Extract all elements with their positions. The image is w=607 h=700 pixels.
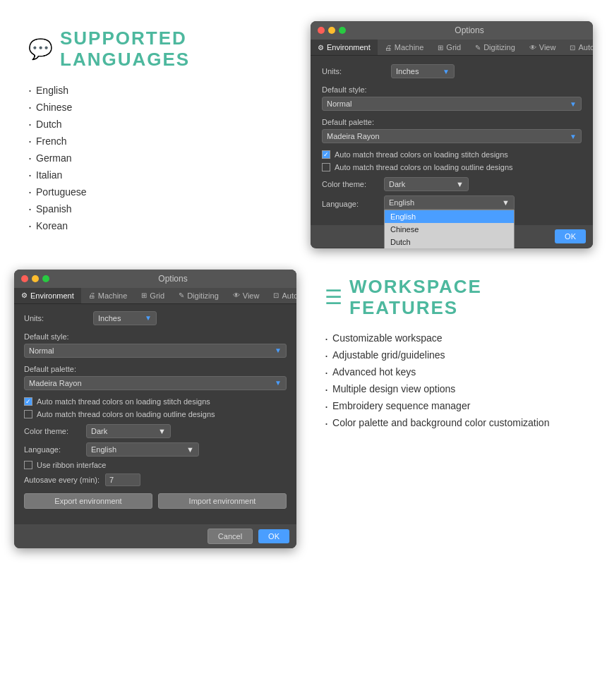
tab-grid[interactable]: ⊞ Grid: [431, 40, 468, 55]
language-dropdown-list: English Chinese Dutch French German Ital…: [384, 210, 515, 248]
checkbox-outline-row-2: Auto match thread colors on loading outl…: [24, 410, 287, 418]
lang-option-dutch[interactable]: Dutch: [385, 236, 514, 248]
language-label-2: Language:: [24, 445, 80, 454]
checkbox-ribbon-label-2: Use ribbon interface: [37, 461, 106, 469]
language-row: Language: English ▼ English Chinese Dutc…: [322, 195, 582, 212]
color-theme-select-2[interactable]: Dark ▼: [86, 424, 171, 438]
list-item: Korean: [28, 217, 282, 234]
default-palette-label: Default palette:: [322, 118, 582, 126]
dialog-body: Units: Inches ▼ Default style: Normal ▼ …: [311, 56, 593, 225]
grid-icon: ⊞: [438, 44, 443, 52]
dialog-footer-2: Cancel OK: [14, 524, 296, 548]
maximize-button-2[interactable]: [42, 275, 49, 282]
tab-view[interactable]: 👁 View: [522, 40, 563, 55]
checkbox-stitch-row-2: ✓ Auto match thread colors on loading st…: [24, 397, 287, 406]
color-theme-select[interactable]: Dark ▼: [384, 177, 469, 191]
chevron-down-icon-6: ▼: [186, 445, 194, 454]
tab-digitizing[interactable]: ✎ Digitizing: [468, 40, 522, 55]
ribbon-row-2: Use ribbon interface: [24, 461, 287, 469]
close-button-2[interactable]: [21, 275, 28, 282]
lang-option-english[interactable]: English: [385, 210, 514, 223]
supported-languages-header: 💬 SUPPORTED LANGUAGES: [28, 28, 282, 71]
dialog-tabs-2: ⚙ Environment 🖨 Machine ⊞ Grid ✎ Digitiz…: [14, 288, 296, 304]
close-button[interactable]: [318, 27, 325, 34]
units-label-2: Units:: [24, 314, 88, 322]
minimize-button[interactable]: [328, 27, 335, 34]
default-style-select[interactable]: Normal ▼: [322, 97, 582, 111]
tab-autoba-2[interactable]: ⊡ Auto Ba: [266, 288, 296, 303]
chevron-down-icon-5: ▼: [158, 427, 166, 435]
list-item: Advanced hot keys: [325, 364, 579, 381]
tab-environment-2[interactable]: ⚙ Environment: [14, 288, 81, 303]
workspace-features-header: ☰ WORKSPACEFEATURES: [325, 277, 579, 319]
dialog-body-2: Units: Inches ▼ Default style: Normal ▼ …: [14, 304, 296, 520]
tab-autoba[interactable]: ⊡ Auto Ba: [563, 40, 593, 55]
units-select[interactable]: Inches ▼: [391, 64, 455, 78]
workspace-icon: ☰: [325, 286, 342, 309]
units-label: Units:: [322, 67, 385, 76]
checkbox-outline[interactable]: [322, 163, 330, 171]
units-row-2: Units: Inches ▼: [24, 311, 287, 325]
checkbox-stitch-label: Auto match thread colors on loading stit…: [335, 150, 508, 159]
checkbox-stitch[interactable]: ✓: [322, 150, 330, 159]
chevron-down-icon: ▼: [502, 198, 510, 207]
default-palette-label-2: Default palette:: [24, 365, 287, 373]
checkbox-stitch-2[interactable]: ✓: [24, 397, 32, 406]
cancel-button[interactable]: Cancel: [208, 529, 253, 544]
export-environment-button[interactable]: Export environment: [24, 493, 152, 509]
tab-grid-2[interactable]: ⊞ Grid: [134, 288, 172, 303]
language-dropdown-container: English ▼ English Chinese Dutch French G…: [384, 195, 515, 210]
checkbox-outline-2[interactable]: [24, 410, 32, 418]
ok-button[interactable]: OK: [555, 229, 586, 243]
language-select[interactable]: English ▼: [384, 195, 515, 210]
workspace-list: Customizable workspace Adjustable grid/g…: [325, 330, 579, 432]
machine-icon: 🖨: [385, 44, 392, 52]
supported-languages-title: SUPPORTED LANGUAGES: [60, 28, 190, 71]
traffic-lights: [318, 27, 346, 34]
list-item: Adjustable grid/guidelines: [325, 347, 579, 364]
chevron-down-icon-3: ▼: [275, 346, 282, 354]
checkbox-outline-row: Auto match thread colors on loading outl…: [322, 163, 582, 171]
tab-machine-2[interactable]: 🖨 Machine: [81, 288, 135, 303]
list-item: Chinese: [28, 99, 282, 116]
color-theme-row-2: Color theme: Dark ▼: [24, 424, 287, 438]
list-item: Customizable workspace: [325, 330, 579, 347]
chat-icon: 💬: [28, 37, 53, 61]
lang-option-chinese[interactable]: Chinese: [385, 223, 514, 236]
tab-view-2[interactable]: 👁 View: [226, 288, 267, 303]
autosave-input[interactable]: [105, 473, 140, 486]
chevron-down-icon-2: ▼: [145, 314, 152, 322]
chevron-down-icon: ▼: [570, 133, 577, 140]
import-environment-button[interactable]: Import environment: [158, 493, 287, 509]
default-palette-group-2: Default palette: Madeira Rayon ▼: [24, 365, 287, 390]
default-palette-select-2[interactable]: Madeira Rayon ▼: [24, 376, 287, 390]
chevron-down-icon-4: ▼: [275, 379, 282, 387]
default-palette-select[interactable]: Madeira Rayon ▼: [322, 129, 582, 143]
minimize-button-2[interactable]: [32, 275, 39, 282]
tab-digitizing-2[interactable]: ✎ Digitizing: [172, 288, 226, 303]
environment-icon: ⚙: [318, 44, 324, 52]
default-style-label: Default style:: [322, 85, 582, 94]
language-label: Language:: [322, 200, 378, 208]
maximize-button[interactable]: [339, 27, 346, 34]
view-icon: 👁: [529, 44, 536, 52]
color-theme-row: Color theme: Dark ▼: [322, 177, 582, 191]
color-theme-label-2: Color theme:: [24, 427, 80, 435]
language-select-2[interactable]: English ▼: [86, 442, 199, 457]
dialog-titlebar: Options: [311, 21, 593, 40]
ok-button-2[interactable]: OK: [258, 529, 289, 543]
checkbox-ribbon-2[interactable]: [24, 461, 32, 469]
export-import-buttons: Export environment Import environment: [24, 493, 287, 509]
default-style-group-2: Default style: Normal ▼: [24, 332, 287, 358]
tab-machine[interactable]: 🖨 Machine: [378, 40, 431, 55]
dialog-title: Options: [353, 25, 586, 35]
tab-environment[interactable]: ⚙ Environment: [311, 40, 378, 55]
autosave-label-2: Autosave every (min):: [24, 476, 100, 484]
list-item: German: [28, 150, 282, 167]
list-item: Multiple design view options: [325, 381, 579, 398]
autosave-row-2: Autosave every (min):: [24, 473, 287, 486]
checkbox-stitch-row: ✓ Auto match thread colors on loading st…: [322, 150, 582, 159]
default-style-select-2[interactable]: Normal ▼: [24, 344, 287, 358]
list-item: French: [28, 133, 282, 150]
units-select-2[interactable]: Inches ▼: [93, 311, 157, 325]
